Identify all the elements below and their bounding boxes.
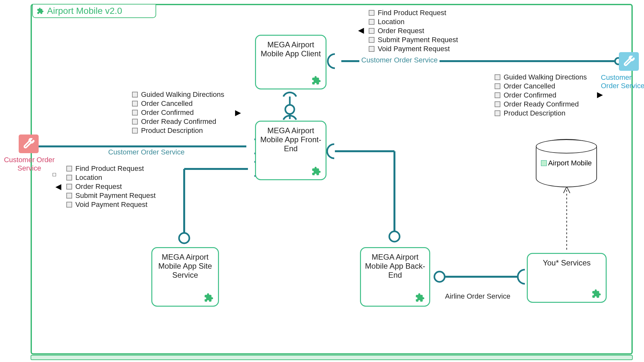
node-frontend-label: MEGA Airport Mobile App Front-End — [259, 126, 322, 153]
wrench-icon — [23, 138, 34, 150]
checkbox-icon — [495, 74, 500, 80]
expand-icon[interactable]: ◻ — [52, 171, 56, 177]
msg-list-top-responses: Guided Walking Directions Order Cancelle… — [495, 73, 587, 118]
bottom-scrollbar[interactable] — [31, 355, 633, 360]
checkbox-icon — [495, 110, 500, 116]
interface-left-label: Customer Order Service — [2, 156, 57, 173]
database-icon — [541, 160, 547, 166]
node-you-label: You* Services — [531, 258, 602, 267]
checkbox-icon — [132, 110, 138, 116]
wrench-icon — [623, 56, 635, 67]
checkbox-icon — [495, 83, 500, 89]
diagram-title: Airport Mobile v2.0 — [47, 6, 122, 16]
msg-list-top-requests: Find Product Request Location Order Requ… — [369, 8, 458, 53]
checkbox-icon — [369, 28, 374, 34]
checkbox-icon — [132, 128, 138, 134]
node-site-label: MEGA Airport Mobile App Site Service — [156, 253, 215, 280]
msg-list-left-requests: Find Product Request Location Order Requ… — [66, 164, 156, 209]
node-frontend[interactable]: MEGA Airport Mobile App Front-End — [255, 121, 327, 180]
node-backend-label: MEGA Airport Mobile App Back-End — [364, 253, 426, 280]
puzzle-icon — [311, 76, 321, 85]
checkbox-icon — [369, 10, 374, 16]
node-client-label: MEGA Airport Mobile App Client — [259, 40, 322, 58]
interface-customer-order-right[interactable] — [619, 52, 639, 71]
arrow-right-icon: ▶ — [597, 90, 603, 99]
checkbox-icon — [66, 175, 72, 181]
arrow-right-icon: ▶ — [235, 108, 241, 117]
node-backend[interactable]: MEGA Airport Mobile App Back-End — [360, 247, 430, 307]
interface-right-label: Customer Order Service — [601, 73, 644, 90]
node-site-service[interactable]: MEGA Airport Mobile App Site Service — [151, 247, 219, 307]
checkbox-icon — [66, 202, 72, 208]
puzzle-icon — [311, 166, 321, 176]
node-client[interactable]: MEGA Airport Mobile App Client — [255, 35, 327, 89]
connector-label-airline: Airline Order Service — [443, 292, 512, 301]
checkbox-icon — [369, 37, 374, 43]
node-db-label: Airport Mobile — [548, 159, 592, 167]
node-you-services[interactable]: You* Services — [527, 253, 607, 303]
checkbox-icon — [495, 101, 500, 107]
checkbox-icon — [132, 101, 138, 107]
connector-label-left: Customer Order Service — [106, 148, 186, 156]
node-database[interactable]: Airport Mobile — [536, 139, 597, 187]
puzzle-icon — [37, 7, 44, 14]
checkbox-icon — [132, 92, 138, 97]
checkbox-icon — [66, 193, 72, 199]
connector-label-top: Customer Order Service — [359, 56, 440, 64]
puzzle-icon — [592, 289, 601, 299]
arrow-left-icon: ◀ — [55, 182, 61, 191]
puzzle-icon — [415, 293, 425, 302]
msg-list-left-responses: Guided Walking Directions Order Cancelle… — [132, 90, 224, 135]
checkbox-icon — [495, 92, 500, 98]
interface-customer-order-left[interactable] — [19, 135, 39, 153]
checkbox-icon — [132, 119, 138, 125]
puzzle-icon — [204, 293, 213, 302]
checkbox-icon — [66, 184, 72, 190]
checkbox-icon — [66, 166, 72, 172]
checkbox-icon — [369, 46, 374, 52]
diagram-title-tab: Airport Mobile v2.0 — [32, 5, 156, 18]
checkbox-icon — [369, 19, 374, 25]
arrow-left-icon: ◀ — [358, 26, 364, 35]
